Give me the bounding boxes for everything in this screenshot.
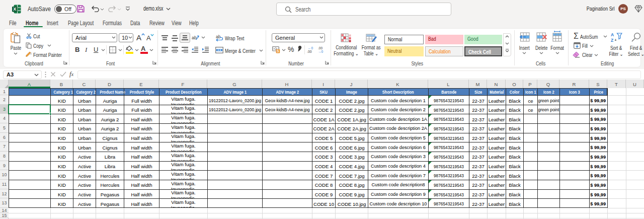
svg-text:ab: ab (192, 35, 197, 40)
svg-text:ab: ab (216, 34, 221, 39)
svg-text:→0: →0 (318, 50, 324, 53)
svg-text:Z: Z (611, 38, 613, 43)
svg-text:S: S (277, 49, 279, 53)
svg-text:X: X (13, 7, 16, 12)
svg-text:A: A (611, 32, 614, 37)
svg-text:.00: .00 (307, 50, 312, 53)
